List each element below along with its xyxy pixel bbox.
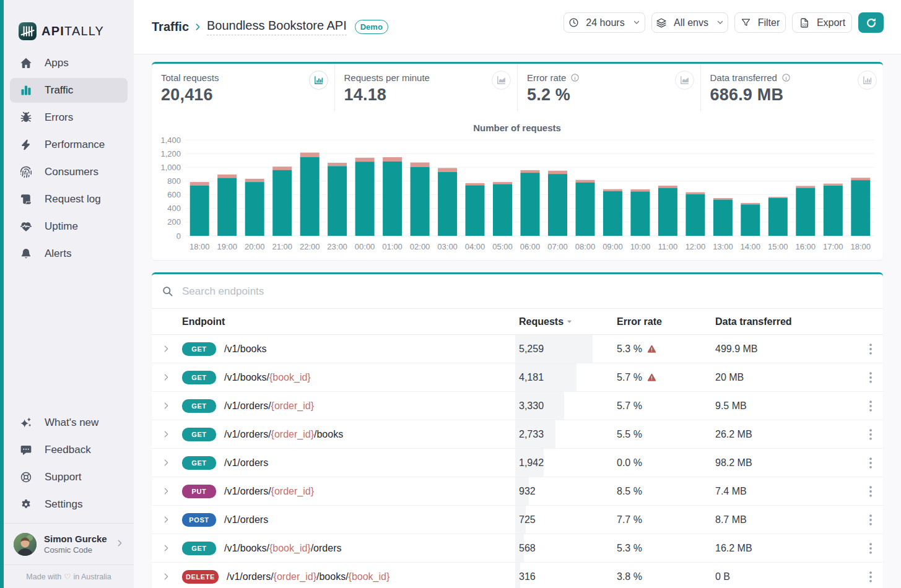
svg-text:12:00: 12:00 xyxy=(686,242,706,251)
svg-text:0: 0 xyxy=(176,231,181,241)
svg-text:06:00: 06:00 xyxy=(520,242,541,251)
svg-text:20:00: 20:00 xyxy=(245,242,265,251)
svg-text:07:00: 07:00 xyxy=(547,242,568,251)
svg-text:17:00: 17:00 xyxy=(823,242,843,251)
svg-text:14:00: 14:00 xyxy=(741,242,761,251)
svg-text:18:00: 18:00 xyxy=(851,242,871,251)
svg-text:200: 200 xyxy=(167,217,181,227)
svg-text:400: 400 xyxy=(167,204,181,213)
svg-text:18:00: 18:00 xyxy=(189,242,210,251)
svg-text:16:00: 16:00 xyxy=(796,242,816,251)
svg-text:01:00: 01:00 xyxy=(382,242,403,251)
svg-text:1,200: 1,200 xyxy=(160,149,181,158)
svg-text:05:00: 05:00 xyxy=(492,242,513,251)
svg-text:19:00: 19:00 xyxy=(217,242,237,251)
svg-text:1,400: 1,400 xyxy=(160,136,181,145)
svg-text:10:00: 10:00 xyxy=(630,242,651,251)
svg-text:08:00: 08:00 xyxy=(575,242,596,251)
svg-text:00:00: 00:00 xyxy=(355,242,375,251)
svg-text:11:00: 11:00 xyxy=(658,242,678,251)
svg-text:CSV: CSV xyxy=(802,23,809,26)
svg-text:09:00: 09:00 xyxy=(603,242,623,251)
svg-text:800: 800 xyxy=(167,176,181,186)
svg-text:1,000: 1,000 xyxy=(160,163,181,172)
svg-text:15:00: 15:00 xyxy=(768,242,788,251)
svg-text:Number of requests: Number of requests xyxy=(473,123,561,133)
svg-text:13:00: 13:00 xyxy=(713,242,733,251)
svg-text:04:00: 04:00 xyxy=(465,242,485,251)
svg-text:02:00: 02:00 xyxy=(410,242,430,251)
svg-text:600: 600 xyxy=(167,190,181,199)
svg-text:22:00: 22:00 xyxy=(300,242,320,251)
svg-text:21:00: 21:00 xyxy=(272,242,292,251)
svg-text:23:00: 23:00 xyxy=(327,242,347,251)
svg-text:03:00: 03:00 xyxy=(437,242,458,251)
